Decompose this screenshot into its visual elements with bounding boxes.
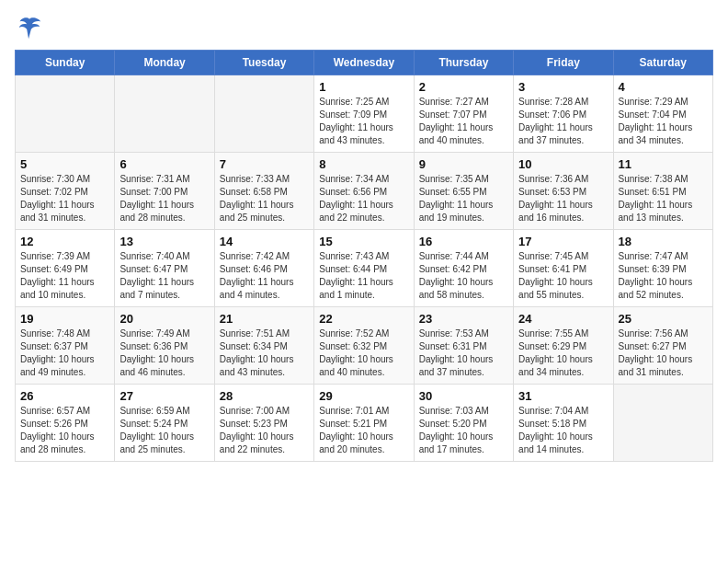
calendar-week-row: 26Sunrise: 6:57 AM Sunset: 5:26 PM Dayli… (16, 385, 713, 462)
day-info: Sunrise: 7:49 AM Sunset: 6:36 PM Dayligh… (119, 327, 209, 379)
day-of-week-friday: Friday (514, 51, 613, 75)
page-header (15, 15, 713, 40)
calendar-cell: 8Sunrise: 7:34 AM Sunset: 6:56 PM Daylig… (314, 153, 414, 230)
day-info: Sunrise: 7:47 AM Sunset: 6:39 PM Dayligh… (619, 250, 708, 302)
day-info: Sunrise: 7:56 AM Sunset: 6:27 PM Dayligh… (619, 327, 708, 379)
day-info: Sunrise: 7:04 AM Sunset: 5:18 PM Dayligh… (518, 405, 608, 456)
day-number: 30 (419, 389, 508, 403)
day-of-week-thursday: Thursday (414, 51, 513, 75)
day-info: Sunrise: 7:38 AM Sunset: 6:51 PM Dayligh… (619, 173, 708, 224)
day-info: Sunrise: 7:27 AM Sunset: 7:07 PM Dayligh… (419, 96, 508, 147)
day-number: 1 (319, 80, 408, 94)
calendar-cell: 11Sunrise: 7:38 AM Sunset: 6:51 PM Dayli… (613, 153, 712, 230)
calendar-cell: 25Sunrise: 7:56 AM Sunset: 6:27 PM Dayli… (613, 307, 712, 385)
day-number: 14 (220, 235, 309, 248)
day-of-week-saturday: Saturday (613, 51, 712, 75)
day-info: Sunrise: 7:34 AM Sunset: 6:56 PM Dayligh… (319, 173, 408, 224)
calendar-cell: 7Sunrise: 7:33 AM Sunset: 6:58 PM Daylig… (214, 153, 313, 230)
day-number: 21 (220, 312, 309, 326)
calendar-cell: 9Sunrise: 7:35 AM Sunset: 6:55 PM Daylig… (414, 153, 513, 230)
day-number: 3 (518, 80, 608, 94)
day-number: 27 (119, 389, 209, 403)
day-number: 20 (119, 312, 209, 326)
day-info: Sunrise: 7:36 AM Sunset: 6:53 PM Dayligh… (518, 173, 608, 224)
calendar-cell: 30Sunrise: 7:03 AM Sunset: 5:20 PM Dayli… (414, 385, 513, 462)
calendar-cell: 19Sunrise: 7:48 AM Sunset: 6:37 PM Dayli… (16, 307, 115, 385)
calendar-cell (16, 75, 115, 153)
day-info: Sunrise: 7:01 AM Sunset: 5:21 PM Dayligh… (319, 405, 408, 456)
day-number: 24 (518, 312, 608, 326)
calendar-cell (214, 75, 313, 153)
calendar-cell: 28Sunrise: 7:00 AM Sunset: 5:23 PM Dayli… (214, 385, 313, 462)
day-info: Sunrise: 7:28 AM Sunset: 7:06 PM Dayligh… (518, 96, 608, 147)
day-info: Sunrise: 7:55 AM Sunset: 6:29 PM Dayligh… (518, 327, 608, 379)
day-number: 12 (20, 235, 109, 248)
calendar-cell: 15Sunrise: 7:43 AM Sunset: 6:44 PM Dayli… (314, 230, 414, 307)
day-number: 26 (20, 389, 109, 403)
calendar-cell: 26Sunrise: 6:57 AM Sunset: 5:26 PM Dayli… (16, 385, 115, 462)
calendar-cell: 24Sunrise: 7:55 AM Sunset: 6:29 PM Dayli… (514, 307, 613, 385)
day-info: Sunrise: 7:25 AM Sunset: 7:09 PM Dayligh… (319, 96, 408, 147)
day-info: Sunrise: 7:31 AM Sunset: 7:00 PM Dayligh… (119, 173, 209, 224)
day-info: Sunrise: 6:59 AM Sunset: 5:24 PM Dayligh… (119, 405, 209, 456)
calendar-cell: 23Sunrise: 7:53 AM Sunset: 6:31 PM Dayli… (414, 307, 513, 385)
day-number: 16 (419, 235, 508, 248)
day-info: Sunrise: 7:44 AM Sunset: 6:42 PM Dayligh… (419, 250, 508, 302)
logo-bird-icon (17, 15, 42, 40)
calendar-cell: 6Sunrise: 7:31 AM Sunset: 7:00 PM Daylig… (115, 153, 214, 230)
day-info: Sunrise: 7:30 AM Sunset: 7:02 PM Dayligh… (20, 173, 109, 224)
calendar-cell: 1Sunrise: 7:25 AM Sunset: 7:09 PM Daylig… (314, 75, 414, 153)
day-number: 13 (119, 235, 209, 248)
calendar-cell (115, 75, 214, 153)
day-number: 10 (518, 157, 608, 171)
day-number: 7 (220, 157, 309, 171)
logo (15, 15, 42, 40)
calendar-week-row: 1Sunrise: 7:25 AM Sunset: 7:09 PM Daylig… (16, 75, 713, 153)
day-info: Sunrise: 7:00 AM Sunset: 5:23 PM Dayligh… (220, 405, 309, 456)
calendar-cell: 5Sunrise: 7:30 AM Sunset: 7:02 PM Daylig… (16, 153, 115, 230)
day-number: 15 (319, 235, 408, 248)
calendar-cell: 2Sunrise: 7:27 AM Sunset: 7:07 PM Daylig… (414, 75, 513, 153)
day-info: Sunrise: 7:39 AM Sunset: 6:49 PM Dayligh… (20, 250, 109, 302)
calendar-cell: 27Sunrise: 6:59 AM Sunset: 5:24 PM Dayli… (115, 385, 214, 462)
day-info: Sunrise: 7:43 AM Sunset: 6:44 PM Dayligh… (319, 250, 408, 302)
day-number: 8 (319, 157, 408, 171)
day-info: Sunrise: 7:53 AM Sunset: 6:31 PM Dayligh… (419, 327, 508, 379)
day-info: Sunrise: 7:33 AM Sunset: 6:58 PM Dayligh… (220, 173, 309, 224)
calendar-cell: 4Sunrise: 7:29 AM Sunset: 7:04 PM Daylig… (613, 75, 712, 153)
day-of-week-tuesday: Tuesday (214, 51, 313, 75)
calendar-week-row: 5Sunrise: 7:30 AM Sunset: 7:02 PM Daylig… (16, 153, 713, 230)
calendar-cell: 17Sunrise: 7:45 AM Sunset: 6:41 PM Dayli… (514, 230, 613, 307)
day-number: 17 (518, 235, 608, 248)
calendar-cell: 12Sunrise: 7:39 AM Sunset: 6:49 PM Dayli… (16, 230, 115, 307)
calendar-cell: 29Sunrise: 7:01 AM Sunset: 5:21 PM Dayli… (314, 385, 414, 462)
day-info: Sunrise: 7:29 AM Sunset: 7:04 PM Dayligh… (619, 96, 708, 147)
day-number: 28 (220, 389, 309, 403)
day-of-week-wednesday: Wednesday (314, 51, 414, 75)
day-number: 25 (619, 312, 708, 326)
day-number: 18 (619, 235, 708, 248)
day-number: 4 (619, 80, 708, 94)
calendar-header-row: SundayMondayTuesdayWednesdayThursdayFrid… (16, 51, 713, 75)
day-of-week-sunday: Sunday (16, 51, 115, 75)
calendar-cell: 31Sunrise: 7:04 AM Sunset: 5:18 PM Dayli… (514, 385, 613, 462)
calendar-cell: 16Sunrise: 7:44 AM Sunset: 6:42 PM Dayli… (414, 230, 513, 307)
calendar-table: SundayMondayTuesdayWednesdayThursdayFrid… (15, 50, 713, 462)
calendar-week-row: 19Sunrise: 7:48 AM Sunset: 6:37 PM Dayli… (16, 307, 713, 385)
day-number: 31 (518, 389, 608, 403)
day-info: Sunrise: 7:51 AM Sunset: 6:34 PM Dayligh… (220, 327, 309, 379)
calendar-cell: 21Sunrise: 7:51 AM Sunset: 6:34 PM Dayli… (214, 307, 313, 385)
calendar-cell: 22Sunrise: 7:52 AM Sunset: 6:32 PM Dayli… (314, 307, 414, 385)
day-info: Sunrise: 7:40 AM Sunset: 6:47 PM Dayligh… (119, 250, 209, 302)
day-info: Sunrise: 7:45 AM Sunset: 6:41 PM Dayligh… (518, 250, 608, 302)
calendar-cell: 13Sunrise: 7:40 AM Sunset: 6:47 PM Dayli… (115, 230, 214, 307)
day-info: Sunrise: 6:57 AM Sunset: 5:26 PM Dayligh… (20, 405, 109, 456)
day-info: Sunrise: 7:03 AM Sunset: 5:20 PM Dayligh… (419, 405, 508, 456)
day-number: 23 (419, 312, 508, 326)
calendar-cell (613, 385, 712, 462)
day-of-week-monday: Monday (115, 51, 214, 75)
day-info: Sunrise: 7:42 AM Sunset: 6:46 PM Dayligh… (220, 250, 309, 302)
calendar-cell: 18Sunrise: 7:47 AM Sunset: 6:39 PM Dayli… (613, 230, 712, 307)
calendar-cell: 10Sunrise: 7:36 AM Sunset: 6:53 PM Dayli… (514, 153, 613, 230)
day-number: 2 (419, 80, 508, 94)
